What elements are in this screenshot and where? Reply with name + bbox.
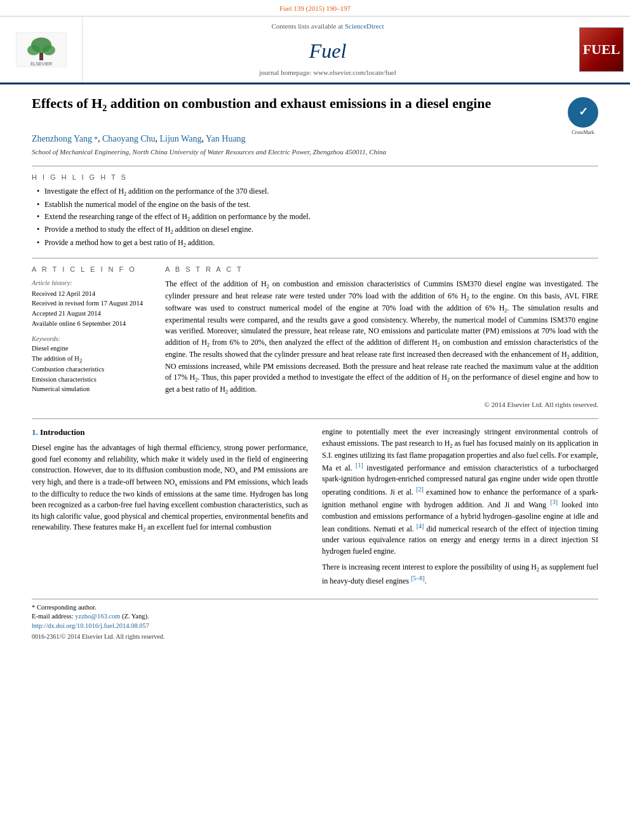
- section-title-intro: 1. Introduction: [32, 427, 308, 439]
- article-info-heading: A R T I C L E I N F O: [32, 265, 152, 274]
- list-item: Establish the numerical model of the eng…: [37, 199, 598, 210]
- doi-link[interactable]: http://dx.doi.org/10.1016/j.fuel.2014.08…: [32, 622, 149, 629]
- doi-line: http://dx.doi.org/10.1016/j.fuel.2014.08…: [32, 622, 598, 631]
- keywords-label: Keywords:: [32, 335, 152, 344]
- article-title: Effects of H2 addition on combustion and…: [32, 95, 568, 115]
- list-item: Investigate the effect of H2 addition on…: [37, 186, 598, 198]
- publisher-logo-section: ELSEVIER: [0, 17, 83, 83]
- email-link[interactable]: yzzho@163.com: [75, 613, 120, 620]
- divider-2: [32, 258, 598, 258]
- highlights-heading: H I G H L I G H T S: [32, 173, 598, 182]
- date-online: Available online 6 September 2014: [32, 319, 152, 329]
- crossmark-icon: [568, 97, 598, 128]
- ref-1[interactable]: [1]: [356, 462, 363, 469]
- intro-para-1: Diesel engine has the advantages of high…: [32, 443, 308, 534]
- sciencedirect-line: Contents lists available at ScienceDirec…: [271, 22, 384, 31]
- ref-4[interactable]: [4]: [417, 523, 424, 530]
- article-dates: Article history: Received 12 April 2014 …: [32, 279, 152, 328]
- highlights-section: H I G H L I G H T S Investigate the effe…: [32, 173, 598, 250]
- svg-point-2: [27, 45, 40, 55]
- intro-para-3: There is increasing recent interest to e…: [322, 562, 598, 587]
- date-received: Received 12 April 2014: [32, 290, 152, 299]
- abstract-column: A B S T R A C T The effect of the additi…: [165, 265, 598, 410]
- abstract-text: The effect of the addition of H2 on comb…: [165, 279, 598, 396]
- journal-homepage: journal homepage: www.elsevier.com/locat…: [259, 68, 396, 77]
- svg-text:ELSEVIER: ELSEVIER: [30, 62, 51, 66]
- ref-5-8[interactable]: [5–8]: [411, 575, 425, 582]
- svg-rect-4: [39, 53, 43, 60]
- crossmark-badge: CrossMark: [568, 97, 598, 128]
- intro-para-2: engine to potentially meet the ever incr…: [322, 427, 598, 557]
- body-two-col: 1. Introduction Diesel engine has the ad…: [32, 427, 598, 592]
- list-item: Numerical simulation: [32, 385, 152, 394]
- list-item: Provide a method how to get a best ratio…: [37, 237, 598, 250]
- fuel-logo-box: FUEL: [579, 27, 624, 72]
- authors-line: Zhenzhong Yang *, Chaoyang Chu, Lijun Wa…: [32, 133, 598, 145]
- affiliation: School of Mechanical Engineering, North …: [32, 147, 598, 157]
- keywords-section: Keywords: Diesel engine The addition of …: [32, 335, 152, 394]
- body-section: 1. Introduction Diesel engine has the ad…: [32, 418, 598, 592]
- date-revised: Received in revised form 17 August 2014: [32, 299, 152, 309]
- highlights-list: Investigate the effect of H2 addition on…: [32, 186, 598, 249]
- journal-title: Fuel: [309, 37, 347, 65]
- top-citation-bar: Fuel 139 (2015) 190–197: [0, 0, 630, 17]
- list-item: Emission characteristics: [32, 375, 152, 385]
- divider-1: [32, 166, 598, 166]
- journal-info-center: Contents lists available at ScienceDirec…: [83, 17, 573, 83]
- fuel-logo-section: FUEL: [573, 17, 630, 83]
- list-item: Diesel engine: [32, 344, 152, 354]
- sciencedirect-link[interactable]: ScienceDirect: [345, 22, 384, 30]
- svg-point-3: [43, 45, 55, 55]
- elsevier-logo: ELSEVIER: [16, 32, 67, 67]
- crossmark-label: CrossMark: [568, 129, 598, 136]
- elsevier-logo-image: ELSEVIER: [16, 32, 67, 67]
- copyright-line: © 2014 Elsevier Ltd. All rights reserved…: [165, 400, 598, 410]
- email-note: E-mail address: yzzho@163.com (Z. Yang).: [32, 612, 598, 622]
- abstract-heading: A B S T R A C T: [165, 265, 598, 274]
- date-accepted: Accepted 21 August 2014: [32, 309, 152, 319]
- corresponding-note: * Corresponding author.: [32, 603, 598, 613]
- footnote-section: * Corresponding author. E-mail address: …: [32, 599, 598, 641]
- list-item: Combustion characteristics: [32, 365, 152, 375]
- citation-text: Fuel 139 (2015) 190–197: [279, 4, 351, 12]
- rights-line: 0016-2361/© 2014 Elsevier Ltd. All right…: [32, 632, 598, 641]
- main-content: Effects of H2 addition on combustion and…: [0, 84, 630, 651]
- ref-3[interactable]: [3]: [550, 498, 558, 505]
- keywords-list: Diesel engine The addition of H2 Combust…: [32, 344, 152, 394]
- list-item: Extend the researching range of the effe…: [37, 211, 598, 223]
- journal-header: ELSEVIER Contents lists available at Sci…: [0, 17, 630, 84]
- article-title-section: Effects of H2 addition on combustion and…: [32, 95, 598, 128]
- list-item: The addition of H2: [32, 354, 152, 364]
- body-col-right: engine to potentially meet the ever incr…: [322, 427, 598, 592]
- list-item: Provide a method to study the effect of …: [37, 224, 598, 236]
- article-info-column: A R T I C L E I N F O Article history: R…: [32, 265, 152, 410]
- ref-2[interactable]: [2]: [416, 486, 424, 493]
- body-col-left: 1. Introduction Diesel engine has the ad…: [32, 427, 308, 592]
- info-abstract-columns: A R T I C L E I N F O Article history: R…: [32, 265, 598, 410]
